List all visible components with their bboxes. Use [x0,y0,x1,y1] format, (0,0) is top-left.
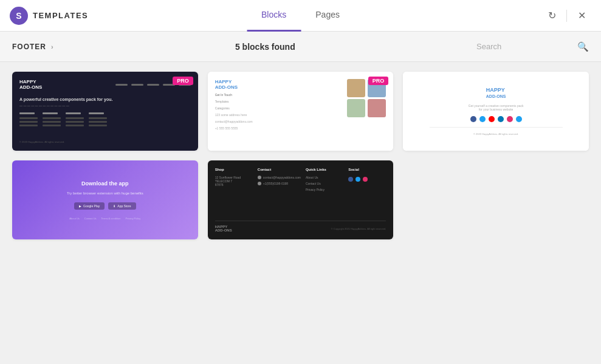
logo-area: S TEMPLATES [10,7,95,25]
card4-footer-links: About Us Contact Us Terms & condition Pr… [69,217,140,220]
refresh-button[interactable]: ↻ [542,6,562,26]
logo-icon: S [10,7,28,25]
search-icon: 🔍 [577,41,589,52]
tab-blocks[interactable]: Blocks [247,0,301,32]
category-label: FOOTER › [12,43,54,51]
card1-logo: HAPPYADD-ONS [19,79,42,90]
app-title: TEMPLATES [33,11,88,20]
tab-pages[interactable]: Pages [301,0,354,32]
template-card-3[interactable]: HAPPYADD-ONS Get yourself a creative com… [403,72,589,151]
card-preview-2: HAPPYADD-ONS Get In Touch Templates Cate… [208,72,394,151]
card3-copy: © 2020 HappyAddons. All rights reserved. [473,132,518,136]
card3-logo: HAPPYADD-ONS [486,87,506,99]
card5-col-quicklinks: Quick Links About Us Contact Us Privacy … [306,168,343,221]
pro-badge-2: PRO [368,77,389,85]
card3-socials [470,116,522,122]
card5-col-social: Social [348,168,386,221]
card4-heading: Download the app [81,180,129,187]
card-preview-4: Download the app Try better browser exte… [12,160,198,239]
card5-col-shop: Shop 12 Sunflower RoadTELECOM 787876 [215,168,253,221]
toolbar: FOOTER › 5 blocks found 🔍 [0,32,601,62]
card5-col-contact: Contact contact@happyaddons.com +1(555)0… [258,168,301,221]
template-card-4[interactable]: Download the app Try better browser exte… [12,160,198,239]
card-preview-1: HAPPYADD-ONS A powerful creative compone… [12,72,198,151]
card4-sub: Try better browser extension with huge b… [67,191,143,195]
tab-bar: Blocks Pages [247,0,354,32]
header-actions: ↻ ✕ [542,6,591,26]
template-card-1[interactable]: HAPPYADD-ONS A powerful creative compone… [12,72,198,151]
card1-content: A powerful creative components pack for … [19,95,191,143]
close-icon: ✕ [578,10,586,21]
template-card-2[interactable]: HAPPYADD-ONS Get In Touch Templates Cate… [208,72,394,151]
header-divider [566,10,567,22]
card3-divider [430,127,563,128]
close-button[interactable]: ✕ [572,6,591,26]
template-grid: HAPPYADD-ONS A powerful creative compone… [0,62,601,249]
search-input[interactable] [476,42,574,51]
pro-badge-1: PRO [173,77,193,85]
card4-buttons: ▶Google Play ⬇App Store [74,202,136,210]
refresh-icon: ↻ [548,10,556,21]
app-header: S TEMPLATES Blocks Pages ↻ ✕ [0,0,601,32]
card-preview-3: HAPPYADD-ONS Get yourself a creative com… [403,72,589,151]
template-card-5[interactable]: Shop 12 Sunflower RoadTELECOM 787876 Con… [208,160,394,239]
card-preview-5: Shop 12 Sunflower RoadTELECOM 787876 Con… [208,160,394,239]
search-area: 🔍 [476,41,589,52]
card3-tagline: Get yourself a creative components packf… [469,104,524,111]
blocks-count: 5 blocks found [54,42,476,52]
